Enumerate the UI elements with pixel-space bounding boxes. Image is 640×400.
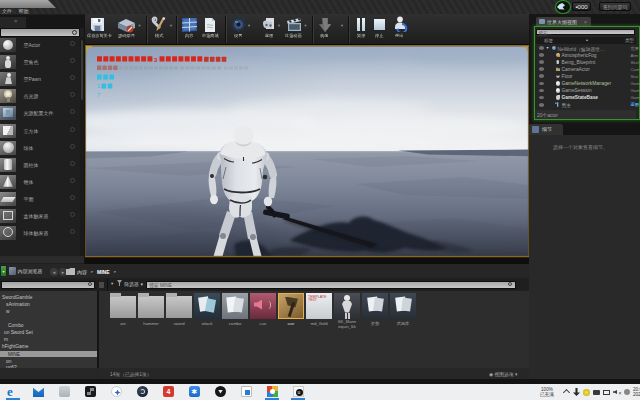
svg-text:1: 1 <box>97 83 100 89</box>
svg-text:7: 7 <box>97 92 100 98</box>
